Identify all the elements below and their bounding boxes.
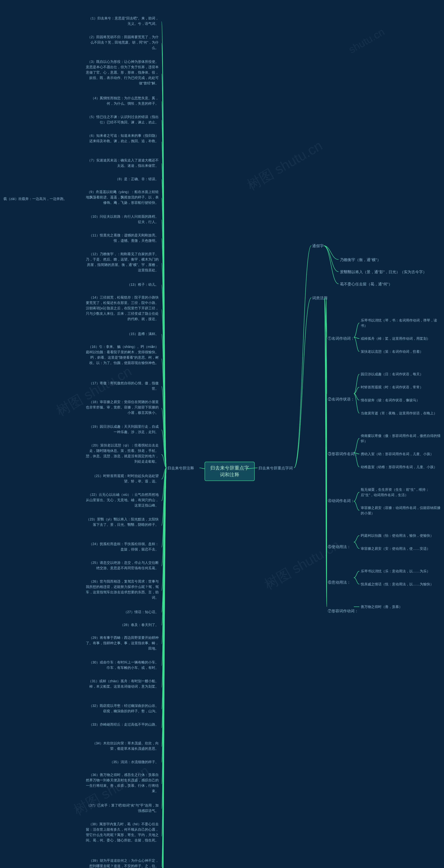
group-item[interactable]: 审容膝之易安（容膝：动词用作名词，仅能容纳双膝的小屋）	[361, 505, 441, 516]
left-item[interactable]: （38）寓形宇内复几时，曷（hé）不委心任去留：活在世上能有多久，何不顺从自己的…	[86, 822, 159, 843]
left-item[interactable]: （33）亦崎岖而经丘：走过高低不平的山路。	[86, 722, 159, 727]
left-item[interactable]: （30）或命巾车：有时叫上一辆有帷的小车。巾车，有车帷的小车。或，有时。	[86, 660, 159, 671]
left-item[interactable]: （2）田园将芜胡不归：田园将要荒芜了，为什么不回去？芜，田地荒废。胡，同"何"，…	[86, 34, 159, 51]
root-node[interactable]: 归去来兮辞重点字词和注释	[205, 462, 254, 481]
left-item[interactable]: （26）世与我而相违，复驾言兮焉求：世事与我所想的相违背，还能努力探求什么呢？驾…	[86, 579, 159, 600]
group-item[interactable]: 乐琴书以消忧（乐：意动用法，以……为乐）	[361, 568, 430, 574]
tongjia-item[interactable]: 乃瞻衡宇（衡，通"横"）	[340, 257, 381, 263]
group-item[interactable]: 倚南窗以寄傲（傲：形容词用作名词，傲然自得的情怀）	[361, 433, 441, 444]
left-item[interactable]: （34）木欣欣以向荣：草木茂盛。欣欣，向荣，都是草木滋长茂盛的意思。	[86, 741, 159, 751]
left-item[interactable]: （9）舟遥遥以轻飏（yáng）：船在水面上轻轻地飘荡着前进。遥遥，飘摇放流的样子…	[86, 189, 159, 205]
group-item[interactable]: 幼稚盈室（幼稚：形容词用作名词，儿童、小孩）	[361, 464, 437, 470]
left-item[interactable]: （8）是：正确。非：错误。	[86, 176, 159, 182]
tongjia-item[interactable]: 景翳翳以将入（景，通"影"，日光）（实为古今字）	[340, 269, 426, 275]
left-item[interactable]: （5）悟已往之不谏：认识到过去的错误（指出仕）已经不可挽回。谏，谏止，劝止。	[86, 114, 159, 125]
left-item[interactable]: （29）将有事于西畴：西边田野里要开始耕种了。有事，指耕种之事。事，这里指农事。…	[86, 635, 159, 651]
left-item[interactable]: （17）寄傲：寄托傲然自得的心情。傲，指傲世。	[86, 380, 159, 391]
group-item[interactable]: 或棹孤舟（棹：桨，这里用作动词，用桨划）	[361, 336, 430, 341]
group-item[interactable]: 悦亲戚之情话（悦：意动用法，以……为愉快）	[361, 582, 434, 587]
left-item[interactable]: （39）胡为乎遑遑欲何之：为什么心神不定，想到哪里去呢？遑遑，不安的样子。之，往…	[86, 858, 159, 868]
tongjia-label[interactable]: 通假字	[312, 243, 323, 249]
left-branch-label[interactable]: 归去来兮辞注释	[167, 465, 194, 471]
group-label[interactable]: ②名词作状语：	[328, 397, 354, 402]
left-item[interactable]: （14）三径就荒，松菊犹存：院子里的小路快要荒芜了，松菊还长在那里。三径，院中小…	[86, 295, 159, 322]
left-item[interactable]: （28）春及：春天到了。	[86, 622, 159, 627]
left-item[interactable]: （20）策扶老以流憩（qì）：拄着拐杖出去走走，随时随地休息。策，拄着。扶老，手…	[86, 443, 159, 464]
left-item[interactable]: （35）涓涓：水流细微的样子。	[86, 759, 159, 765]
left-item[interactable]: （37）已矣乎：算了吧!助词"矣"与"乎"连用，加强感叹语气。	[86, 803, 159, 813]
root-label: 归去来兮辞重点字词和注释	[210, 465, 249, 477]
group-label[interactable]: ③形容词作名词：	[328, 452, 358, 457]
group-item[interactable]: 情在骏奔（骏：名词作状语，像骏马）	[361, 398, 420, 403]
left-item[interactable]: （4）奚惆怅而独悲：为什么悲愁失意。奚，何，为什么。惆怅，失意的样子。	[86, 95, 159, 106]
left-item[interactable]: （16）引：拿来。 觞（shāng）。眄（miǎn）庭柯以怡颜：看看院子里的树木…	[86, 344, 159, 366]
left-item[interactable]: （25）请息交以绝游：息交，停止与人交往断绝交游。意思是不再同官场有任何瓜葛。	[86, 560, 159, 571]
group-label[interactable]: ⑦形容词作动词：	[328, 609, 358, 614]
left-item[interactable]: （24）抚孤松而盘桓：手扶孤松徘徊。盘桓：盘旋，徘徊，留恋不去。	[86, 541, 159, 552]
group-item[interactable]: 携幼入室（幼：形容词用作名词，儿童、小孩）	[361, 452, 434, 457]
left-item[interactable]: （6）知来者之可追：知道未来的事（指归隐）还来得及补救。谏，劝止，挽回。追，补救…	[86, 133, 159, 144]
left-item[interactable]: （23）景翳（yì）翳以将入：阳光黯淡，太阳快落下去了。景，日光。翳翳，阴暗的样…	[86, 517, 159, 527]
left-item[interactable]: （32）既窈窕以寻壑：经过幽深曲折的山谷。窈窕，幽深曲折的样子。壑，山沟。	[86, 703, 159, 714]
group-item[interactable]: 善万物之得时（善，羡慕）	[361, 604, 402, 610]
group-item[interactable]: 乐琴书以消忧（琴，书：名词用作动词，弹琴，读书）	[361, 318, 441, 329]
right-branch-label[interactable]: 归去来兮辞重点字词	[259, 465, 293, 471]
group-item[interactable]: 眄庭柯以怡颜（怡：使动用法，愉快，使愉快）	[361, 533, 434, 538]
watermark: 树图 shutu.cn	[244, 136, 326, 195]
left-item[interactable]: （13）稚子：幼儿。	[86, 282, 159, 287]
left-item[interactable]: （36）善万物之得时，感吾生之行休：羡慕自然界万物一到春天便及时生长茂盛，感叹自…	[86, 772, 159, 794]
left-item[interactable]: （22）云无心以出岫（xiù）：云气自然而然地从山里冒出。无心，无意地。岫，有洞…	[86, 492, 159, 508]
left-item[interactable]: （3）既自以心为形役：让心神为形体所役使。意思是本心不愿出仕，但为了免于饥寒，违…	[86, 59, 159, 86]
group-item[interactable]: 审容膝之易安（安：使动用法，使……安适）	[361, 546, 430, 551]
group-item[interactable]: 瓶无储粟，生生所资（生生：前"生"，维持；后"生"，动词用作名词，生活）	[361, 487, 441, 498]
left-item[interactable]: （27）情话：知心话。	[86, 609, 159, 615]
watermark: shutu.cn	[346, 26, 386, 56]
mindmap-canvas: 树图 shutu.cn 树图 shutu.cn 树图 shutu.cn 树图 s…	[0, 0, 444, 868]
left-item[interactable]: （12）乃瞻衡宇，：刚刚看见了自家的房子。乃，于是、然后。瞻，远望。衡宇，横木为…	[86, 251, 159, 273]
group-label[interactable]: ⑤使动用法：	[328, 544, 351, 550]
group-item[interactable]: 时矫首而遐观（时：名词作状语，常常）	[361, 384, 423, 390]
group-label[interactable]: ④动词作名词：	[328, 498, 354, 503]
group-label[interactable]: ⑥意动用法：	[328, 580, 351, 585]
left-item[interactable]: （31）或棹（zhào）孤舟：有时划一艘小船。棹，本义船桨。这里名词做动词，意为…	[86, 678, 159, 689]
group-label[interactable]: ①名词作动词：	[328, 336, 354, 341]
cilei-label[interactable]: 词类活用	[312, 295, 328, 301]
left-item[interactable]: （11）恨晨光之熹微：遗憾的是天刚刚放亮。恨，遗憾。熹微，天色微明。	[86, 232, 159, 243]
group-item[interactable]: 园日涉以成趣（日：名词作状语，每天）	[361, 372, 423, 377]
left-item[interactable]: （7）实迷途其未远：确实走入了迷途大概还不太远。迷途，指出来做官。	[86, 158, 159, 168]
left-item[interactable]: （15）盈樽：满杯。	[86, 331, 159, 337]
group-item[interactable]: 当敛裳宵逝（宵：夜晚，这里用作状语，在晚上）	[361, 410, 437, 416]
left-item[interactable]: （10）问征夫以前路：向行人问前面的路程。征夫，行人。	[86, 214, 159, 225]
left-item[interactable]: （21）时矫首而遐观：时时抬起头向远处望望。矫，举。遐，远。	[86, 473, 159, 484]
left-detached-node[interactable]: 载（zài）欣载奔：一边高兴，一边奔跑。	[3, 196, 67, 202]
left-item[interactable]: （19）园日涉以成趣：天天到园里行走，自成一种乐趣。涉，涉足，走到。	[86, 424, 159, 435]
left-item[interactable]: （18）审容膝之易安：觉得住在简陋的小屋里也非常舒服。审，觉察。容膝，只能容下双…	[86, 399, 159, 415]
group-item[interactable]: 策扶老以流憩（策：名词作动词，拄着）	[361, 349, 423, 354]
tongjia-item[interactable]: 曷不委心任去留（曷，通"何"）	[340, 281, 392, 287]
left-item[interactable]: （1）归去来兮：意思是"回去吧"。来，助词，无义。兮，语气词。	[86, 16, 159, 26]
